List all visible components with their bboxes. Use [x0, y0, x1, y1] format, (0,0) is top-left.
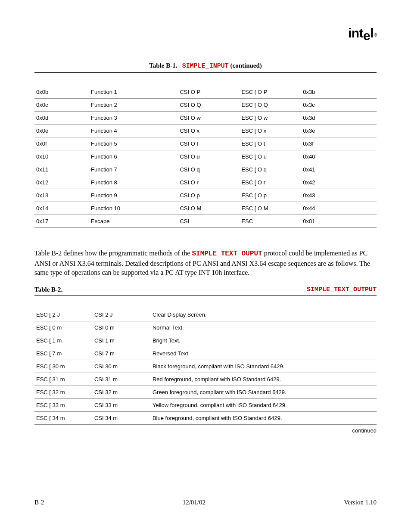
- table-row: 0x0fFunction 5CSI O tESC [ O t0x3f: [34, 137, 377, 150]
- table2-caption: Table B-2. SIMPLE_TEXT_OUTPUT: [34, 286, 377, 293]
- table-cell: ESC [ 30 m: [34, 360, 93, 373]
- table-cell: 0x0d: [34, 112, 89, 124]
- table-cell: Clear Display Screen.: [151, 308, 377, 321]
- intel-logo: intel®: [348, 26, 377, 40]
- table-cell: Black foreground, compliant with ISO Sta…: [151, 360, 377, 373]
- table2-caption-code: SIMPLE_TEXT_OUTPUT: [307, 286, 377, 293]
- table-cell: 0x0f: [34, 137, 89, 150]
- table-row: 0x0dFunction 3CSI O wESC [ O w0x3d: [34, 112, 377, 124]
- table-cell: ESC [ 33 m: [34, 398, 93, 411]
- table-row: 0x0cFunction 2CSI O QESC [ O Q0x3c: [34, 99, 377, 112]
- table-cell: Reversed Text.: [151, 347, 377, 360]
- table-cell: ESC [ O u: [240, 150, 301, 163]
- table-cell: CSI O w: [178, 112, 240, 124]
- table1: 0x0bFunction 1CSI O PESC [ O P0x3b0x0cFu…: [34, 86, 377, 228]
- table-cell: CSI 2 J: [93, 308, 151, 321]
- table-cell: CSI O P: [178, 86, 240, 99]
- table-cell: 0x0e: [34, 124, 89, 137]
- table-cell: Function 10: [89, 202, 178, 215]
- table-cell: CSI: [178, 215, 240, 228]
- table-cell: CSI 1 m: [93, 334, 151, 347]
- table-cell: 0x14: [34, 202, 89, 215]
- table-row: ESC [ 30 mCSI 30 mBlack foreground, comp…: [34, 360, 377, 373]
- table-cell: Function 9: [89, 189, 178, 202]
- table-row: 0x12Function 8CSI O rESC [ O r0x42: [34, 176, 377, 189]
- continued-label: continued: [34, 427, 377, 434]
- table-cell: CSI 0 m: [93, 321, 151, 334]
- table-cell: ESC [ O p: [240, 189, 301, 202]
- para-text-a: Table B-2 defines how the programmatic m…: [34, 249, 192, 257]
- table-cell: CSI O x: [178, 124, 240, 137]
- table-row: 0x10Function 6CSI O uESC [ O u0x40: [34, 150, 377, 163]
- table-cell: 0x43: [301, 189, 377, 202]
- table-cell: Function 5: [89, 137, 178, 150]
- table-cell: ESC [ O P: [240, 86, 301, 99]
- footer-right: Version 1.10: [344, 499, 377, 506]
- table-row: 0x14Function 10CSI O MESC [ O M0x44: [34, 202, 377, 215]
- table1-caption-prefix: Table B-1.: [149, 62, 182, 69]
- table-cell: ESC [ O q: [240, 163, 301, 176]
- table-cell: CSI O M: [178, 202, 240, 215]
- table1-caption: Table B-1. SIMPLE_INPUT (continued): [34, 62, 377, 70]
- table-cell: CSI O p: [178, 189, 240, 202]
- table-cell: CSI 31 m: [93, 373, 151, 386]
- table-cell: CSI O q: [178, 163, 240, 176]
- table-cell: Escape: [89, 215, 178, 228]
- table-cell: CSI O u: [178, 150, 240, 163]
- table-cell: Blue foreground, compliant with ISO Stan…: [151, 411, 377, 424]
- table-cell: CSI 33 m: [93, 398, 151, 411]
- table-cell: Function 6: [89, 150, 178, 163]
- table-row: ESC [ 7 mCSI 7 mReversed Text.: [34, 347, 377, 360]
- table-cell: ESC [ 0 m: [34, 321, 93, 334]
- table-cell: Function 8: [89, 176, 178, 189]
- table-cell: 0x11: [34, 163, 89, 176]
- table-cell: 0x3e: [301, 124, 377, 137]
- para-code: SIMPLE_TEXT_OUPUT: [192, 250, 262, 258]
- table-cell: Function 2: [89, 99, 178, 112]
- table-cell: Bright Text.: [151, 334, 377, 347]
- table-cell: 0x0b: [34, 86, 89, 99]
- paragraph: Table B-2 defines how the programmatic m…: [34, 249, 377, 277]
- table-cell: 0x3f: [301, 137, 377, 150]
- table-cell: ESC [ 32 m: [34, 386, 93, 398]
- table-row: 0x11Function 7CSI O qESC [ O q0x41: [34, 163, 377, 176]
- footer-center: 12/01/02: [183, 499, 206, 506]
- table-cell: ESC [ 2 J: [34, 308, 93, 321]
- table-cell: 0x44: [301, 202, 377, 215]
- table-cell: 0x42: [301, 176, 377, 189]
- table-cell: Red foreground, compliant with ISO Stand…: [151, 373, 377, 386]
- table-cell: Normal Text.: [151, 321, 377, 334]
- table-row: 0x13Function 9CSI O pESC [ O p0x43: [34, 189, 377, 202]
- table-cell: CSI 32 m: [93, 386, 151, 398]
- table-cell: 0x0c: [34, 99, 89, 112]
- table-row: ESC [ 2 JCSI 2 JClear Display Screen.: [34, 308, 377, 321]
- table-cell: ESC [ O Q: [240, 99, 301, 112]
- table-cell: ESC [ O w: [240, 112, 301, 124]
- page-footer: B-2 12/01/02 Version 1.10: [34, 499, 377, 506]
- table-cell: CSI 7 m: [93, 347, 151, 360]
- table2: ESC [ 2 JCSI 2 JClear Display Screen.ESC…: [34, 308, 377, 425]
- table-cell: ESC [ 7 m: [34, 347, 93, 360]
- table-row: ESC [ 32 mCSI 32 mGreen foreground, comp…: [34, 386, 377, 398]
- table-cell: 0x12: [34, 176, 89, 189]
- table-cell: ESC [ O t: [240, 137, 301, 150]
- table-cell: 0x10: [34, 150, 89, 163]
- table-cell: CSI O t: [178, 137, 240, 150]
- table-cell: ESC: [240, 215, 301, 228]
- table-row: ESC [ 31 mCSI 31 mRed foreground, compli…: [34, 373, 377, 386]
- table-row: ESC [ 33 mCSI 33 mYellow foreground, com…: [34, 398, 377, 411]
- table-cell: ESC [ 31 m: [34, 373, 93, 386]
- table-cell: 0x01: [301, 215, 377, 228]
- table-cell: 0x3c: [301, 99, 377, 112]
- table-cell: 0x13: [34, 189, 89, 202]
- rule: [34, 295, 377, 296]
- table1-caption-suffix: (continued): [229, 62, 262, 69]
- table-cell: 0x3d: [301, 112, 377, 124]
- table-cell: Function 4: [89, 124, 178, 137]
- table-cell: Green foreground, compliant with ISO Sta…: [151, 386, 377, 398]
- table-cell: CSI 30 m: [93, 360, 151, 373]
- table-cell: ESC [ O x: [240, 124, 301, 137]
- table-cell: Function 1: [89, 86, 178, 99]
- table-cell: ESC [ 1 m: [34, 334, 93, 347]
- table-cell: 0x3b: [301, 86, 377, 99]
